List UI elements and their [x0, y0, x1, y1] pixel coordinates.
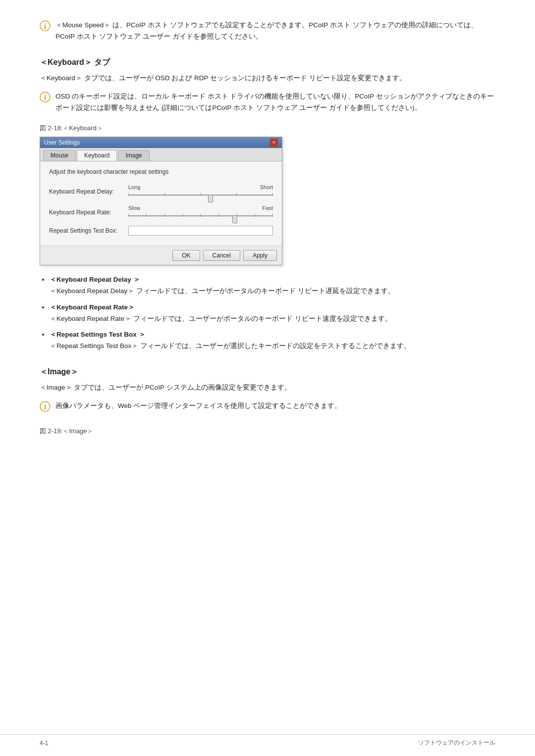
- bullet-item-testbox-title: ＜Repeat Settings Test Box ＞: [50, 331, 146, 338]
- keyboard-section-heading: ＜Keyboard＞ タブ: [40, 57, 495, 68]
- delay-slider-track[interactable]: [128, 191, 273, 199]
- note-image-text: 画像パラメータも、Web ページ管理インターフェイスを使用して設定することができ…: [55, 401, 341, 412]
- bullet-item-rate-title: ＜Keyboard Repeat Rate＞: [50, 303, 135, 311]
- figure1-label: 図 2-18:＜Keyboard＞: [40, 124, 495, 133]
- bullet-item-delay-desc: ＜Keyboard Repeat Delay＞ フィールドでは、ユーザーがポータ…: [50, 287, 395, 295]
- image-section-desc: ＜Image＞ タブでは、ユーザーが PCoIP システム上の画像設定を変更でき…: [40, 382, 495, 394]
- rate-slider-ends: Slow Fast: [128, 205, 273, 211]
- note-image: 画像パラメータも、Web ページ管理インターフェイスを使用して設定することができ…: [40, 401, 495, 412]
- footer-left: 4-1: [40, 740, 48, 747]
- note-keyboard: OSD のキーボード設定は、ローカル キーボード ホスト ドライバの機能を使用し…: [40, 91, 495, 114]
- info-icon: [40, 20, 51, 31]
- page-footer: 4-1 ソフトウェアのインストール: [0, 734, 535, 747]
- tab-mouse[interactable]: Mouse: [43, 150, 76, 161]
- figure2-label: 図 2-19:＜Image＞: [40, 427, 495, 436]
- dialog-body: Adjust the keyboard character repeat set…: [40, 161, 282, 246]
- footer-right: ソフトウェアのインストール: [418, 739, 495, 747]
- user-settings-dialog: User Settings × Mouse Keyboard Image Adj…: [40, 137, 282, 265]
- tab-image[interactable]: Image: [118, 150, 149, 161]
- rate-slider-line: [128, 215, 273, 216]
- delay-label: Keyboard Repeat Delay:: [49, 188, 128, 195]
- rate-left-label: Slow: [128, 205, 140, 211]
- testbox-row: Repeat Settings Test Box:: [49, 226, 273, 236]
- image-section-heading: ＜Image＞: [40, 367, 495, 377]
- bullet-item-testbox-desc: ＜Repeat Settings Test Box＞ フィールドでは、ユーザーが…: [50, 342, 411, 350]
- delay-left-label: Long: [128, 184, 140, 190]
- info-icon-2: [40, 92, 51, 102]
- dialog-footer: OK Cancel Apply: [40, 246, 282, 265]
- bullet-list: ＜Keyboard Repeat Delay ＞ ＜Keyboard Repea…: [50, 274, 495, 353]
- testbox-input[interactable]: [128, 226, 273, 236]
- rate-label: Keyboard Repeat Rate:: [49, 209, 128, 216]
- dialog-title: User Settings: [44, 139, 80, 146]
- info-icon-3: [40, 401, 51, 412]
- rate-right-label: Fast: [263, 205, 273, 211]
- bullet-item-rate-desc: ＜Keyboard Repeat Rate＞ フィールドでは、ユーザーがポータル…: [50, 315, 392, 322]
- dialog-close-button[interactable]: ×: [270, 139, 278, 147]
- dialog-wrapper: User Settings × Mouse Keyboard Image Adj…: [40, 137, 495, 265]
- delay-slider-thumb[interactable]: [208, 195, 213, 202]
- bullet-item-delay: ＜Keyboard Repeat Delay ＞ ＜Keyboard Repea…: [50, 274, 495, 297]
- testbox-label: Repeat Settings Test Box:: [49, 227, 128, 234]
- dialog-tabs: Mouse Keyboard Image: [40, 148, 282, 161]
- delay-row: Keyboard Repeat Delay: Long Short: [49, 184, 273, 199]
- delay-slider-ends: Long Short: [128, 184, 273, 190]
- note-mouse-speed: ＜Mouse Speed＞ は、PCoIP ホスト ソフトウェアでも設定すること…: [40, 20, 495, 43]
- rate-slider-container: Slow Fast: [128, 205, 273, 220]
- tab-keyboard[interactable]: Keyboard: [77, 150, 117, 161]
- rate-slider-track[interactable]: [128, 212, 273, 220]
- note-mouse-speed-text: ＜Mouse Speed＞ は、PCoIP ホスト ソフトウェアでも設定すること…: [55, 20, 495, 43]
- bullet-item-delay-title: ＜Keyboard Repeat Delay ＞: [50, 276, 140, 283]
- dialog-titlebar: User Settings ×: [40, 137, 282, 148]
- note-keyboard-text: OSD のキーボード設定は、ローカル キーボード ホスト ドライバの機能を使用し…: [55, 91, 495, 114]
- rate-slider-thumb[interactable]: [232, 215, 237, 223]
- bullet-item-testbox: ＜Repeat Settings Test Box ＞ ＜Repeat Sett…: [50, 329, 495, 352]
- bullet-item-rate: ＜Keyboard Repeat Rate＞ ＜Keyboard Repeat …: [50, 302, 495, 325]
- ok-button[interactable]: OK: [172, 250, 200, 261]
- rate-row: Keyboard Repeat Rate: Slow Fast: [49, 205, 273, 220]
- delay-slider-container: Long Short: [128, 184, 273, 199]
- cancel-button[interactable]: Cancel: [203, 250, 240, 261]
- delay-slider-line: [128, 195, 273, 196]
- delay-right-label: Short: [260, 184, 273, 190]
- apply-button[interactable]: Apply: [243, 250, 277, 261]
- dialog-body-label: Adjust the keyboard character repeat set…: [49, 168, 273, 175]
- keyboard-section-desc: ＜Keyboard＞ タブでは、ユーザーが OSD および RDP セッションに…: [40, 73, 495, 84]
